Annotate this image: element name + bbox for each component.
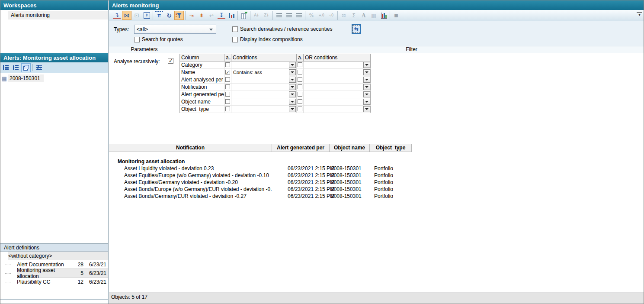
analyse-recursively-checkbox[interactable] [168, 58, 173, 64]
condition-dropdown-button[interactable] [289, 77, 296, 83]
condition-and-checkbox[interactable] [225, 77, 230, 82]
status-bar: Objects: 5 of 17 [109, 292, 644, 304]
or-condition-value-cell[interactable] [304, 69, 371, 76]
condition-column-name: Alert analysed per [180, 76, 224, 84]
search-quotes-checkbox[interactable] [134, 37, 140, 42]
refresh-icon[interactable]: ↻ [164, 11, 174, 20]
condition-dropdown-button[interactable] [289, 84, 296, 90]
condition-dropdown-button[interactable] [289, 69, 296, 75]
status-bar-text: Objects: 5 of 17 [111, 294, 147, 300]
results-header-notification[interactable]: Notification [109, 144, 272, 152]
display-index-checkbox[interactable] [232, 37, 238, 42]
results-header-object-type[interactable]: Object_type [370, 144, 412, 152]
result-row[interactable]: Asset Equities/Europe (w/o Germany) viol… [109, 172, 644, 179]
result-generated-per: 06/23/2021 2:15 PM [272, 172, 330, 179]
or-condition-and-checkbox[interactable] [298, 99, 302, 104]
result-row[interactable]: Asset Equities/Germany violated - deviat… [109, 179, 644, 186]
or-condition-value-cell[interactable] [304, 106, 371, 113]
condition-and-checkbox[interactable] [225, 84, 230, 89]
or-condition-value-cell[interactable] [304, 91, 371, 98]
alert-definitions-panel: Alert definitions <without category> [0, 243, 108, 299]
value-columns-icon[interactable] [227, 11, 236, 20]
alert-definitions-table: <without category> Alert Documentation 2… [0, 252, 108, 286]
condition-dropdown-button[interactable] [289, 62, 296, 68]
workspace-item[interactable]: Alerts monitoring [0, 11, 108, 19]
or-condition-value-cell[interactable] [304, 76, 371, 84]
or-condition-and-checkbox[interactable] [298, 84, 302, 89]
condition-and-checkbox[interactable] [225, 62, 230, 67]
condition-column-name: Alert generated per [180, 91, 224, 98]
fit-rows-icon[interactable]: ⇕ [142, 11, 151, 20]
condition-and-checkbox[interactable] [225, 107, 230, 111]
workspaces-title: Workspaces [3, 2, 36, 9]
main-panel: Alerts monitoring ↴⋈⊡⇕ ⇈↻ ⇥⇟↩↧ A↓Z↓ %+.0… [109, 0, 644, 304]
or-condition-value-cell[interactable] [304, 98, 371, 106]
alert-definition-row[interactable]: Monitoring asset allocation 5 6/23/21 [0, 269, 108, 278]
condition-value-cell[interactable] [231, 84, 297, 91]
copy-list-icon[interactable] [21, 63, 31, 72]
row-gutter [0, 260, 17, 269]
condition-and-checkbox[interactable] [225, 70, 230, 74]
condition-dropdown-button[interactable] [289, 106, 296, 112]
toolbar-overflow-button[interactable]: ▾ [637, 12, 642, 17]
run-analysis-icon[interactable]: ↴ [112, 11, 122, 20]
results-header-object-name[interactable]: Object name [330, 144, 370, 152]
condition-dropdown-button[interactable] [289, 91, 296, 97]
alert-definition-row[interactable]: Plausibility CC 12 6/23/21 [0, 278, 108, 286]
insert-column-icon[interactable] [239, 11, 249, 20]
or-condition-and-checkbox[interactable] [298, 62, 302, 67]
condition-value-cell[interactable] [231, 106, 297, 113]
tree-item[interactable]: ▦ 2008-150301 [0, 74, 108, 83]
or-condition-and-checkbox[interactable] [298, 107, 302, 111]
or-condition-and-checkbox[interactable] [298, 92, 302, 97]
filter-section-label: Filter [179, 46, 644, 53]
condition-and-checkbox[interactable] [225, 92, 230, 97]
results-header-generated-per[interactable]: Alert generated per [272, 144, 330, 152]
display-index-label: Display index compositions [240, 36, 303, 42]
chart-icon[interactable] [379, 11, 388, 20]
result-row[interactable]: Asset Bonds/Europe (w/o Germany)/EUR vio… [109, 186, 644, 193]
result-row[interactable]: Asset Liquidity violated - deviation 0.2… [109, 165, 644, 172]
or-condition-dropdown-button[interactable] [363, 69, 370, 75]
result-generated-per: 06/23/2021 2:15 PM [272, 165, 330, 172]
step-into-icon[interactable]: ⇥ [187, 11, 196, 20]
condition-value-cell[interactable] [231, 76, 297, 84]
view-options-icon[interactable] [35, 63, 44, 72]
filter-form: Types: <all> Search derivatives / refere… [109, 21, 644, 46]
alert-definition-row[interactable]: <without category> [0, 252, 108, 260]
filter-icon[interactable] [174, 11, 184, 20]
condition-value-cell[interactable] [231, 61, 297, 69]
condition-column-name: Notification [180, 84, 224, 91]
or-condition-dropdown-button[interactable] [363, 99, 370, 105]
search-derivatives-checkbox[interactable] [232, 26, 238, 32]
analyse-recursively-label: Analyse recursively: [114, 58, 160, 65]
alert-definition-label: Alert Documentation [17, 262, 74, 268]
types-dropdown[interactable]: <all> [134, 25, 216, 34]
condition-value-cell[interactable] [231, 98, 297, 106]
or-condition-value-cell[interactable] [304, 61, 371, 69]
or-condition-dropdown-button[interactable] [363, 84, 370, 90]
new-range-icon[interactable]: ⇈ [154, 11, 164, 20]
condition-dropdown-button[interactable] [289, 99, 296, 105]
tree-view-icon[interactable] [1, 63, 11, 72]
result-notification: Asset Equities/Germany violated - deviat… [109, 179, 272, 186]
refresh-search-button[interactable]: ⇆ [352, 24, 361, 34]
or-condition-dropdown-button[interactable] [363, 62, 370, 68]
condition-value-cell[interactable]: Contains: ass [231, 69, 297, 76]
condition-and-checkbox[interactable] [225, 99, 230, 104]
or-condition-and-checkbox[interactable] [298, 77, 302, 82]
or-condition-dropdown-button[interactable] [363, 106, 370, 112]
types-dropdown-value: <all> [137, 26, 148, 32]
results-table-header: Notification Alert generated per Object … [109, 144, 644, 152]
org-view-icon[interactable] [11, 63, 21, 72]
collapse-levels-icon[interactable]: ⋈ [122, 11, 131, 20]
or-condition-dropdown-button[interactable] [363, 91, 370, 97]
step-down-icon[interactable]: ⇟ [197, 11, 206, 20]
or-condition-value-cell[interactable] [304, 84, 371, 91]
or-condition-dropdown-button[interactable] [363, 77, 370, 83]
result-row[interactable]: Asset Bonds/Germany/EUR violated - devia… [109, 193, 644, 200]
jump-last-icon[interactable]: ↧ [217, 11, 226, 20]
columns-icon: ▥ [369, 11, 378, 20]
or-condition-and-checkbox[interactable] [298, 70, 302, 74]
condition-value-cell[interactable] [231, 91, 297, 98]
